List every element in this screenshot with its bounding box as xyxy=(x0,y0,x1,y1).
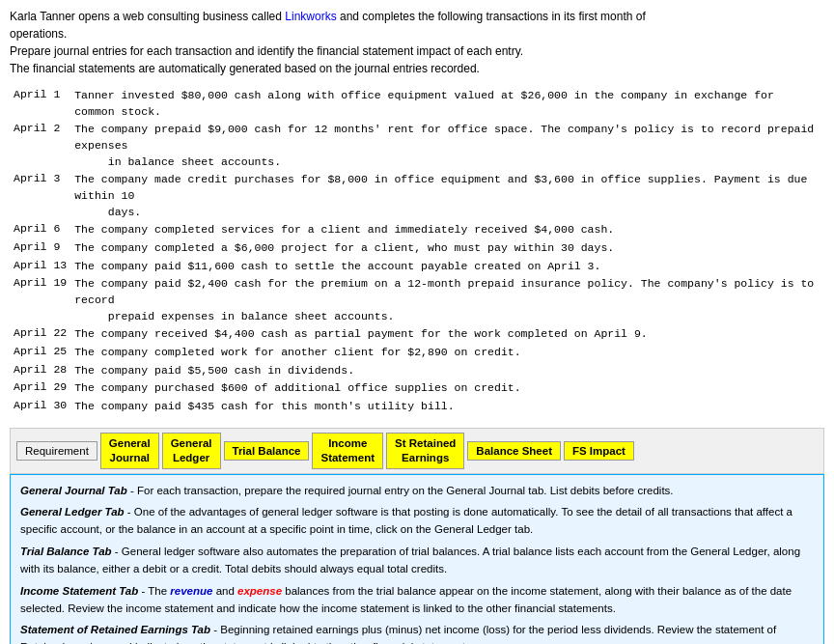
info-tb-text: - General ledger software also automates… xyxy=(20,546,800,574)
transaction-text: The company paid $11,600 cash to settle … xyxy=(70,258,824,276)
transaction-text: Tanner invested $80,000 cash along with … xyxy=(70,87,824,121)
transaction-text: The company paid $5,500 cash in dividend… xyxy=(70,362,824,380)
table-row: April 3 The company made credit purchase… xyxy=(10,171,824,221)
transaction-text: The company completed services for a cli… xyxy=(70,221,824,239)
transaction-date: April 19 xyxy=(10,275,70,325)
info-trial-balance: Trial Balance Tab - General ledger softw… xyxy=(20,544,814,578)
transaction-date: April 22 xyxy=(10,325,70,344)
info-is-expense: expense xyxy=(237,585,282,597)
transaction-text: The company paid $2,400 cash for the pre… xyxy=(70,275,824,325)
table-row: April 22 The company received $4,400 cas… xyxy=(10,325,824,344)
intro-text: Karla Tanner opens a web consulting busi… xyxy=(10,8,824,77)
info-box: General Journal Tab - For each transacti… xyxy=(10,474,824,644)
info-is-revenue: revenue xyxy=(170,585,212,597)
intro-operations: operations. xyxy=(10,27,67,41)
table-row: April 30 The company paid $435 cash for … xyxy=(10,398,824,416)
intro-line1: Karla Tanner opens a web consulting busi… xyxy=(10,10,646,23)
tab-fs-impact[interactable]: FS Impact xyxy=(564,441,634,461)
info-retained-earnings: Statement of Retained Earnings Tab - Beg… xyxy=(20,622,814,644)
transaction-date: April 2 xyxy=(10,121,70,171)
transaction-text: The company purchased $600 of additional… xyxy=(70,379,824,398)
linkworks-highlight: Linkworks xyxy=(285,10,336,23)
transaction-text: The company received $4,400 cash as part… xyxy=(70,325,824,344)
intro-line3: The financial statements are automatical… xyxy=(10,62,480,75)
tab-income-statement[interactable]: IncomeStatement xyxy=(312,433,383,469)
table-row: April 19 The company paid $2,400 cash fo… xyxy=(10,275,824,325)
transaction-date: April 13 xyxy=(10,258,70,276)
table-row: April 1 Tanner invested $80,000 cash alo… xyxy=(10,87,824,121)
transaction-date: April 3 xyxy=(10,171,70,221)
table-row: April 2 The company prepaid $9,000 cash … xyxy=(10,121,824,171)
transaction-text: The company completed work for another c… xyxy=(70,344,824,362)
tab-general-ledger[interactable]: GeneralLedger xyxy=(162,433,221,469)
info-gl-text: - One of the advantages of general ledge… xyxy=(20,506,792,535)
info-is-and: and xyxy=(216,585,237,597)
transaction-date: April 29 xyxy=(10,379,70,398)
table-row: April 13 The company paid $11,600 cash t… xyxy=(10,258,824,276)
transaction-date: April 30 xyxy=(10,398,70,416)
tab-trial-balance[interactable]: Trial Balance xyxy=(224,441,310,461)
tab-st-retained-earnings[interactable]: St RetainedEarnings xyxy=(386,433,464,469)
intro-line2: Prepare journal entries for each transac… xyxy=(10,44,523,58)
table-row: April 6 The company completed services f… xyxy=(10,221,824,239)
info-general-journal: General Journal Tab - For each transacti… xyxy=(20,483,814,500)
table-row: April 28 The company paid $5,500 cash in… xyxy=(10,362,824,380)
tab-balance-sheet[interactable]: Balance Sheet xyxy=(467,441,561,461)
transaction-date: April 28 xyxy=(10,362,70,380)
transactions-table: April 1 Tanner invested $80,000 cash alo… xyxy=(10,87,824,416)
table-row: April 25 The company completed work for … xyxy=(10,344,824,362)
info-general-ledger: General Ledger Tab - One of the advantag… xyxy=(20,504,814,539)
main-container: Karla Tanner opens a web consulting busi… xyxy=(0,0,834,644)
transaction-date: April 25 xyxy=(10,344,70,362)
info-gl-title: General Ledger Tab xyxy=(20,506,125,518)
info-gj-title: General Journal Tab xyxy=(20,485,127,496)
transaction-date: April 9 xyxy=(10,239,70,258)
transaction-text: The company completed a $6,000 project f… xyxy=(70,239,824,258)
transaction-text: The company made credit purchases for $8… xyxy=(70,171,824,221)
transaction-text: The company paid $435 cash for this mont… xyxy=(70,398,824,416)
tab-general-journal[interactable]: GeneralJournal xyxy=(100,433,159,469)
info-is-title: Income Statement Tab xyxy=(20,585,138,597)
info-is-text-before: - The xyxy=(141,585,170,597)
transaction-date: April 6 xyxy=(10,221,70,239)
info-income-statement: Income Statement Tab - The revenue and e… xyxy=(20,583,814,618)
table-row: April 29 The company purchased $600 of a… xyxy=(10,379,824,398)
tabs-bar: Requirement GeneralJournal GeneralLedger… xyxy=(10,428,824,474)
tab-requirement[interactable]: Requirement xyxy=(16,441,97,461)
info-tb-title: Trial Balance Tab xyxy=(20,546,112,557)
transaction-text: The company prepaid $9,000 cash for 12 m… xyxy=(70,121,824,171)
table-row: April 9 The company completed a $6,000 p… xyxy=(10,239,824,258)
info-re-title: Statement of Retained Earnings Tab xyxy=(20,624,210,635)
info-gj-text: - For each transaction, prepare the requ… xyxy=(130,485,674,496)
transaction-date: April 1 xyxy=(10,87,70,121)
